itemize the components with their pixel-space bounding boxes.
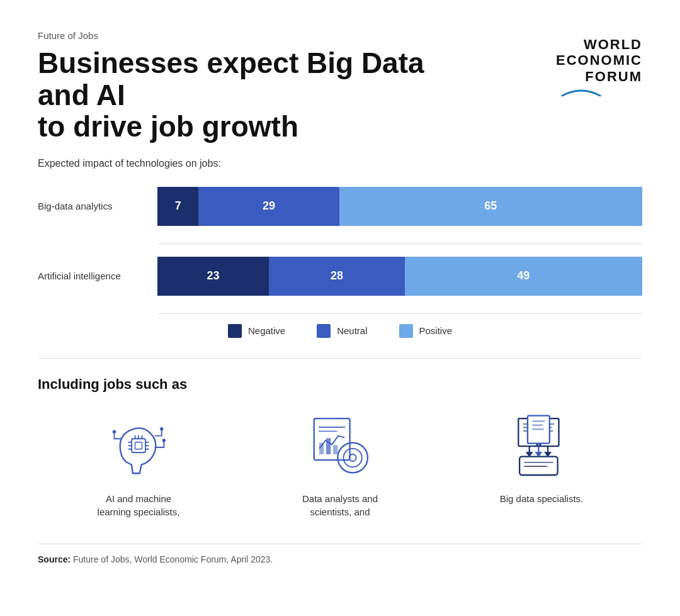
chart-label-bigdata: Big-data analytics <box>38 201 157 211</box>
legend-label-neutral: Neutral <box>337 325 367 336</box>
svg-point-12 <box>162 439 166 442</box>
svg-rect-38 <box>519 456 558 474</box>
bar-neutral-ai: 28 <box>269 257 405 296</box>
svg-rect-18 <box>326 438 331 454</box>
bar-positive-bigdata: 65 <box>339 187 642 226</box>
source-prefix: Source: <box>38 554 71 564</box>
wef-logo-text: WORLD ECONOMIC FORUM <box>556 36 642 84</box>
legend-label-positive: Positive <box>419 325 453 336</box>
legend-item-negative: Negative <box>228 324 285 338</box>
job-label-data-analyst: Data analysts andscientists, and <box>302 492 378 518</box>
future-of-jobs-label: Future of Jobs <box>38 30 466 41</box>
main-title-line2: to drive job growth <box>38 110 298 143</box>
page-header: Future of Jobs Businesses expect Big Dat… <box>38 30 642 143</box>
bar-positive-ai: 49 <box>405 257 642 296</box>
job-item-data-analyst: Data analysts andscientists, and <box>268 413 412 518</box>
chart-bars-ai: 23 28 49 <box>157 257 642 296</box>
jobs-grid: AI and machinelearning specialists, Data… <box>38 413 642 518</box>
svg-rect-33 <box>532 424 543 426</box>
main-title: Businesses expect Big Data and AI to dri… <box>38 47 466 143</box>
big-data-icon <box>507 413 576 482</box>
chart-label-ai: Artificial intelligence <box>38 271 157 281</box>
chart-bars-bigdata: 7 29 65 <box>157 187 642 226</box>
svg-point-11 <box>160 427 164 431</box>
header-left: Future of Jobs Businesses expect Big Dat… <box>38 30 466 143</box>
svg-rect-19 <box>333 445 337 454</box>
legend-swatch-negative <box>228 324 242 338</box>
legend-item-positive: Positive <box>399 324 453 338</box>
svg-point-13 <box>113 430 116 434</box>
ai-ml-icon <box>104 413 173 482</box>
source-line: Source: Future of Jobs, World Economic F… <box>38 544 642 564</box>
svg-rect-34 <box>532 428 543 430</box>
chart-legend: Negative Neutral Positive <box>38 324 642 338</box>
job-item-ai-ml: AI and machinelearning specialists, <box>66 413 211 518</box>
section-divider <box>38 358 642 359</box>
main-title-line1: Businesses expect Big Data and AI <box>38 47 424 111</box>
chart-row-ai: Artificial intelligence 23 28 49 <box>38 257 642 296</box>
job-label-big-data: Big data specialists. <box>500 492 584 505</box>
bar-neutral-bigdata: 29 <box>198 187 339 226</box>
source-text: Future of Jobs, World Economic Forum, Ap… <box>71 554 273 564</box>
bar-negative-ai: 23 <box>157 257 269 296</box>
wef-arc-icon <box>556 87 606 98</box>
chart-section: Expected impact of technologies on jobs:… <box>38 158 642 338</box>
data-analyst-icon <box>305 413 375 482</box>
legend-swatch-neutral <box>317 324 331 338</box>
job-item-big-data: Big data specialists. <box>469 413 614 505</box>
chart-subtitle: Expected impact of technologies on jobs: <box>38 158 642 169</box>
legend-swatch-positive <box>399 324 413 338</box>
bar-negative-bigdata: 7 <box>157 187 198 226</box>
svg-rect-0 <box>132 439 145 452</box>
legend-item-neutral: Neutral <box>317 324 367 338</box>
svg-rect-32 <box>532 420 545 422</box>
wef-logo: WORLD ECONOMIC FORUM <box>556 30 642 98</box>
legend-label-negative: Negative <box>248 325 285 336</box>
svg-point-20 <box>337 442 368 473</box>
job-label-ai-ml: AI and machinelearning specialists, <box>98 492 180 518</box>
chart-row-bigdata: Big-data analytics 7 29 65 <box>38 187 642 226</box>
including-title: Including jobs such as <box>38 376 642 393</box>
svg-point-21 <box>344 449 362 467</box>
svg-rect-1 <box>135 442 142 449</box>
